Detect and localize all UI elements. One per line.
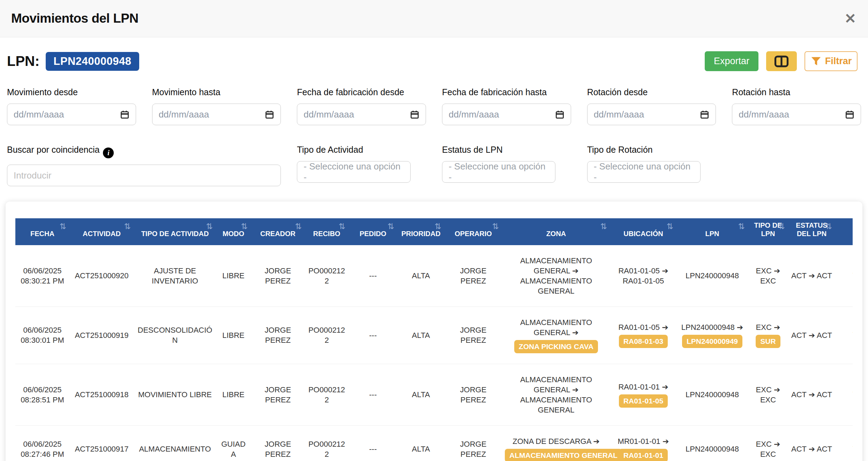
calendar-icon[interactable] [845,110,854,119]
table-scroll-area[interactable]: ⇅FECHA ⇅ACTIVIDAD ⇅TIPO DE ACTIVIDAD ⇅MO… [15,218,853,461]
highlight-badge: ALMACENAMIENTO GENERAL [505,449,622,461]
filter-label: Rotación hasta [732,87,861,97]
table-row[interactable]: 06/06/202508:27:46 PM ACT251000917 ALMAC… [15,425,853,461]
cell-recibo: PO0002122 [305,307,349,364]
calendar-icon[interactable] [410,110,419,119]
table-row[interactable]: 06/06/202508:30:21 PM ACT251000920 AJUST… [15,245,853,307]
date-input-movimiento-desde[interactable]: dd/mm/aaaa [7,104,136,125]
column-header-actividad[interactable]: ⇅ACTIVIDAD [69,218,134,245]
cell-du-clipped: ACNA [835,425,853,461]
select-estatus-lpn[interactable]: - Seleccione una opción - [442,161,555,183]
calendar-icon[interactable] [555,110,564,119]
filter-field-fabricacion-hasta: Fecha de fabricación hasta dd/mm/aaaa [442,87,571,125]
lpn-value-badge: LPN240000948 [46,52,139,71]
sort-icon[interactable]: ⇅ [206,221,213,231]
cell-estatus-lpn: ACT ➔ ACT [788,425,835,461]
cell-modo: LIBRE [216,245,251,307]
table-row[interactable]: 06/06/202508:28:51 PM ACT251000918 MOVIM… [15,364,853,425]
select-tipo-actividad[interactable]: - Seleccione una opción - [297,161,410,183]
sort-icon[interactable]: ⇅ [339,221,345,231]
filter-field-movimiento-hasta: Movimiento hasta dd/mm/aaaa [152,87,281,125]
cell-fecha: 06/06/202508:30:21 PM [15,245,69,307]
toolbar: Exportar Filtrar [705,51,858,71]
select-tipo-rotacion[interactable]: - Seleccione una opción - [587,161,701,183]
filter-label: Tipo de Actividad [297,145,426,155]
column-header-zona[interactable]: ⇅ZONA [502,218,610,245]
filter-field-tipo-rotacion: Tipo de Rotación - Seleccione una opción… [587,145,716,186]
cell-tipo-lpn: EXC ➔SUR [748,307,788,364]
cell-modo: LIBRE [216,364,251,425]
column-header-du-clipped[interactable]: DU [835,218,853,245]
cell-creador: JORGE PEREZ [251,307,305,364]
column-header-prioridad[interactable]: ⇅PRIORIDAD [397,218,444,245]
column-header-fecha[interactable]: ⇅FECHA [15,218,69,245]
filter-label: Fecha de fabricación hasta [442,87,571,97]
sort-icon[interactable]: ⇅ [778,221,785,231]
column-header-operario[interactable]: ⇅OPERARIO [444,218,502,245]
column-header-recibo[interactable]: ⇅RECIBO [305,218,349,245]
sort-icon[interactable]: ⇅ [435,221,441,231]
cell-fecha: 06/06/202508:28:51 PM [15,364,69,425]
arrow-icon: ➔ [809,271,815,280]
date-input-movimiento-hasta[interactable]: dd/mm/aaaa [152,104,281,125]
column-header-pedido[interactable]: ⇅PEDIDO [349,218,397,245]
cell-lpn: LPN240000948 [676,364,748,425]
column-header-ubicacion[interactable]: ⇅UBICACIÓN [610,218,676,245]
sort-icon[interactable]: ⇅ [124,221,131,231]
sort-icon[interactable]: ⇅ [600,221,607,231]
filter-button[interactable]: Filtrar [805,51,858,71]
date-input-rotacion-hasta[interactable]: dd/mm/aaaa [732,104,861,125]
column-header-tipo-lpn[interactable]: ⇅TIPO DE LPN [748,218,788,245]
sort-icon[interactable]: ⇅ [738,221,745,231]
sort-icon[interactable]: ⇅ [492,221,499,231]
cell-pedido: --- [349,307,397,364]
filter-field-estatus-lpn: Estatus de LPN - Seleccione una opción - [442,145,571,186]
search-label: Buscar por coincidencia [7,145,99,154]
calendar-icon[interactable] [265,110,274,119]
sort-icon[interactable]: ⇅ [825,221,832,231]
cell-operario: JORGE PEREZ [444,425,502,461]
secondary-filter-row: Buscar por coincidenciai Introducir Tipo… [7,145,861,186]
sort-icon[interactable]: ⇅ [388,221,394,231]
sort-icon[interactable]: ⇅ [60,221,66,231]
cell-lpn: LPN240000948 ➔LPN240000949 [676,307,748,364]
info-icon[interactable]: i [103,148,114,158]
arrow-icon: ➔ [663,437,669,446]
column-header-estatus-lpn[interactable]: ⇅ESTATUS DEL LPN [788,218,835,245]
arrow-icon: ➔ [662,383,668,391]
filter-label: Tipo de Rotación [587,145,716,155]
sort-icon[interactable]: ⇅ [295,221,302,231]
close-icon: ✕ [844,11,856,26]
filter-field-fabricacion-desde: Fecha de fabricación desde dd/mm/aaaa [297,87,426,125]
cell-estatus-lpn: ACT ➔ ACT [788,364,835,425]
arrow-icon: ➔ [572,385,578,394]
column-header-creador[interactable]: ⇅CREADOR [251,218,305,245]
cell-recibo: PO0002122 [305,425,349,461]
calendar-icon[interactable] [700,110,709,119]
date-input-rotacion-desde[interactable]: dd/mm/aaaa [587,104,716,125]
cell-modo: LIBRE [216,307,251,364]
close-button[interactable]: ✕ [844,12,856,25]
search-input[interactable]: Introducir [7,165,281,186]
date-input-fabricacion-desde[interactable]: dd/mm/aaaa [297,104,426,125]
cell-tipo-lpn: EXC ➔ EXC [748,364,788,425]
table-row[interactable]: 06/06/202508:30:01 PM ACT251000919 DESCO… [15,307,853,364]
column-header-modo[interactable]: ⇅MODO [216,218,251,245]
sort-icon[interactable]: ⇅ [241,221,248,231]
arrow-icon: ➔ [737,323,743,332]
cell-zona: ALMACENAMIENTO GENERAL ➔ ALMACENAMIENTO … [502,364,610,425]
cell-tipo-actividad: AJUSTE DE INVENTARIO [134,245,216,307]
filter-field-rotacion-desde: Rotación desde dd/mm/aaaa [587,87,716,125]
cell-tipo-actividad: MOVIMIENTO LIBRE [134,364,216,425]
column-header-lpn[interactable]: ⇅LPN [676,218,748,245]
cell-zona: ALMACENAMIENTO GENERAL ➔ ALMACENAMIENTO … [502,245,610,307]
calendar-icon[interactable] [120,110,129,119]
arrow-icon: ➔ [662,266,668,275]
cell-estatus-lpn: ACT ➔ ACT [788,307,835,364]
column-header-tipo-actividad[interactable]: ⇅TIPO DE ACTIVIDAD [134,218,216,245]
cell-pedido: --- [349,425,397,461]
export-button[interactable]: Exportar [705,51,758,71]
date-input-fabricacion-hasta[interactable]: dd/mm/aaaa [442,104,571,125]
columns-button[interactable] [766,51,797,71]
sort-icon[interactable]: ⇅ [667,221,673,231]
